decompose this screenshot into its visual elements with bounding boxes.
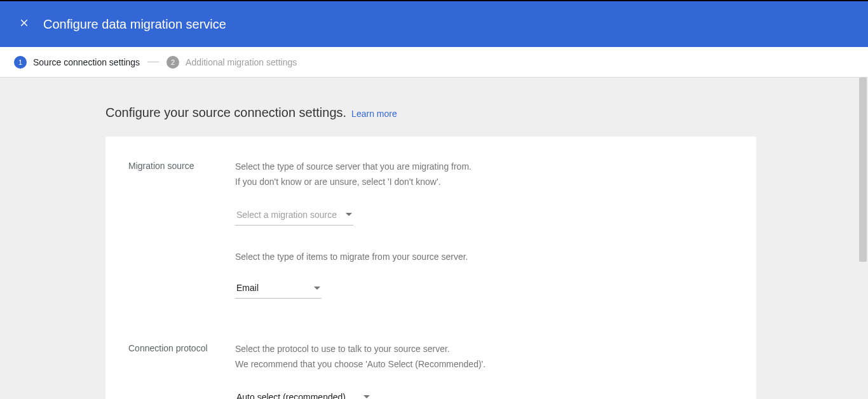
close-button[interactable] <box>13 13 36 36</box>
connection-protocol-label: Connection protocol <box>128 342 235 399</box>
chevron-down-icon <box>346 213 352 216</box>
header-bar: Configure data migration service <box>0 1 868 47</box>
section-header: Configure your source connection setting… <box>105 105 868 120</box>
chevron-down-icon <box>314 287 320 290</box>
scrollbar-track[interactable] <box>858 78 867 399</box>
migration-source-desc-line2: If you don't know or are unsure, select … <box>235 177 441 187</box>
step-2-number: 2 <box>166 56 179 69</box>
row-migration-source: Migration source Select the type of sour… <box>128 159 733 299</box>
connection-protocol-select-text: Auto select (recommended) <box>236 392 346 399</box>
migration-source-label: Migration source <box>128 159 235 299</box>
stepper: 1 Source connection settings 2 Additiona… <box>0 47 868 78</box>
close-icon <box>18 17 30 31</box>
chevron-down-icon <box>363 395 370 398</box>
migration-source-select[interactable]: Select a migration source <box>235 210 353 226</box>
row-connection-protocol: Connection protocol Select the protocol … <box>128 342 733 399</box>
migration-source-desc: Select the type of source server that yo… <box>235 159 733 190</box>
scrollbar-thumb[interactable] <box>859 78 867 262</box>
learn-more-link[interactable]: Learn more <box>351 109 397 119</box>
connection-protocol-select[interactable]: Auto select (recommended) <box>235 392 371 399</box>
step-divider <box>147 62 159 62</box>
step-1-label: Source connection settings <box>33 57 140 67</box>
migration-items-select-text: Email <box>236 283 259 293</box>
migration-items-select[interactable]: Email <box>235 283 322 299</box>
step-1[interactable]: 1 Source connection settings <box>14 56 140 69</box>
migration-items-desc: Select the type of items to migrate from… <box>235 250 733 265</box>
step-1-number: 1 <box>14 56 27 69</box>
migration-source-select-text: Select a migration source <box>236 210 337 220</box>
connection-protocol-desc-line1: Select the protocol to use to talk to yo… <box>235 344 450 354</box>
page-title: Configure data migration service <box>43 17 226 32</box>
step-2[interactable]: 2 Additional migration settings <box>166 56 297 69</box>
content-area: Configure your source connection setting… <box>0 78 868 399</box>
settings-card: Migration source Select the type of sour… <box>105 137 756 399</box>
step-2-label: Additional migration settings <box>186 57 297 67</box>
connection-protocol-desc-line2: We recommend that you choose 'Auto Selec… <box>235 359 485 369</box>
connection-protocol-desc: Select the protocol to use to talk to yo… <box>235 342 733 372</box>
section-title: Configure your source connection setting… <box>105 105 346 120</box>
migration-source-desc-line1: Select the type of source server that yo… <box>235 161 471 172</box>
